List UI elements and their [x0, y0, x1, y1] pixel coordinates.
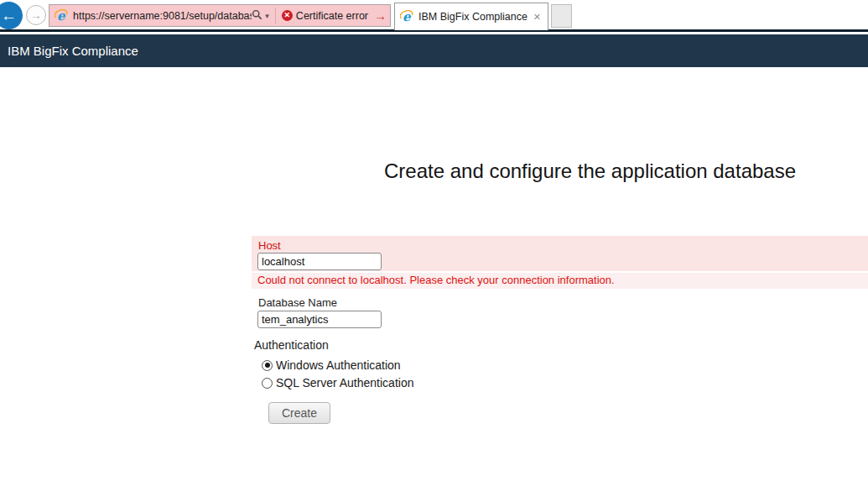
app-header-title: IBM BigFix Compliance — [8, 44, 138, 58]
windows-authentication-radio-label: Windows Authentication — [276, 358, 401, 372]
back-button[interactable]: ← — [0, 2, 23, 29]
internet-explorer-icon: e — [55, 9, 68, 23]
sql-server-authentication-radio-label: SQL Server Authentication — [276, 376, 413, 390]
ie-browser-window: ← → e https://servername:9081/setup/data… — [0, 0, 868, 481]
host-error-message: Could not connect to localhost. Please c… — [257, 274, 615, 286]
browser-chrome: ← → e https://servername:9081/setup/data… — [0, 0, 868, 32]
forward-arrow-icon: → — [30, 8, 42, 22]
search-icon[interactable] — [252, 8, 262, 24]
tab-favicon-icon: e — [400, 10, 413, 24]
search-dropdown-chevron-icon[interactable]: ▾ — [265, 12, 269, 20]
tab-title: IBM BigFix Compliance — [418, 11, 532, 23]
windows-authentication-radio[interactable]: Windows Authentication — [262, 358, 401, 372]
create-button[interactable]: Create — [268, 402, 330, 424]
certificate-error-button[interactable]: ✕ Certificate error — [282, 10, 368, 22]
new-tab-button[interactable] — [551, 4, 572, 28]
database-name-label: Database Name — [258, 296, 337, 309]
address-bar[interactable]: e https://servername:9081/setup/database… — [49, 4, 391, 27]
address-bar-divider — [275, 8, 276, 24]
authentication-label: Authentication — [254, 338, 329, 352]
url-text[interactable]: https://servername:9081/setup/database — [73, 10, 252, 22]
radio-unselected-icon[interactable] — [262, 378, 273, 389]
app-header: IBM BigFix Compliance — [0, 34, 868, 67]
page-title: Create and configure the application dat… — [384, 159, 796, 183]
database-name-input[interactable] — [257, 311, 382, 328]
tab-close-icon[interactable]: ✕ — [532, 12, 543, 23]
sql-server-authentication-radio[interactable]: SQL Server Authentication — [262, 376, 413, 390]
browser-tab[interactable]: e IBM BigFix Compliance ✕ — [394, 3, 548, 30]
forward-button[interactable]: → — [26, 5, 46, 25]
certificate-error-icon: ✕ — [282, 10, 293, 21]
back-arrow-icon: ← — [1, 7, 17, 25]
go-arrow-icon[interactable]: → — [374, 8, 387, 23]
certificate-error-label: Certificate error — [296, 10, 368, 22]
host-label: Host — [258, 239, 281, 252]
host-input[interactable] — [257, 253, 382, 270]
radio-selected-icon[interactable] — [262, 360, 273, 371]
